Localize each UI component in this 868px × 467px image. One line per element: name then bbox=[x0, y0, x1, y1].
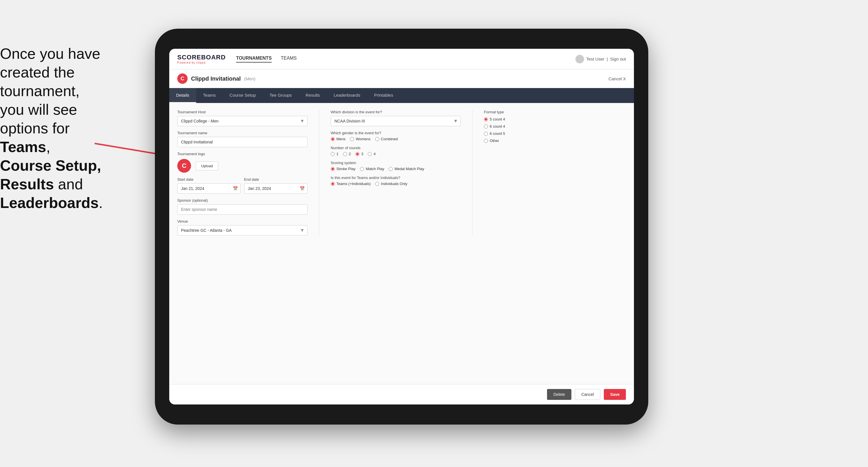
nav-teams[interactable]: TEAMS bbox=[281, 56, 297, 63]
tournament-logo-label: Tournament logo bbox=[177, 152, 308, 156]
tournament-host-group: Tournament Host Clippd College - Men ▼ bbox=[177, 110, 308, 126]
logo-sub: Powered by clippd bbox=[177, 61, 226, 64]
annotation-bold1: Teams bbox=[0, 138, 46, 155]
division-group: Which division is the event for? NCAA Di… bbox=[331, 110, 461, 126]
end-date-input[interactable] bbox=[244, 183, 308, 194]
form-column-2: Which division is the event for? NCAA Di… bbox=[331, 110, 473, 236]
format-other-label[interactable]: Other bbox=[484, 138, 626, 143]
date-row: Start date 📅 End date 📅 bbox=[177, 177, 308, 194]
gender-combined-label[interactable]: Combined bbox=[375, 137, 398, 141]
tab-results[interactable]: Results bbox=[299, 88, 327, 103]
annotation-line3: tournament, bbox=[0, 83, 80, 99]
tournament-logo: C bbox=[177, 73, 188, 84]
individuals-only-radio[interactable] bbox=[375, 182, 379, 186]
rounds-3-radio[interactable] bbox=[355, 152, 360, 156]
annotation-line4: you will see bbox=[0, 101, 77, 118]
annotation-bold3: Results bbox=[0, 176, 54, 192]
format-other-radio[interactable] bbox=[484, 139, 488, 143]
format-6count5-radio[interactable] bbox=[484, 132, 488, 136]
gender-label: Which gender is the event for? bbox=[331, 131, 461, 135]
sponsor-group: Sponsor (optional) bbox=[177, 198, 308, 215]
gender-mens-radio[interactable] bbox=[331, 137, 335, 141]
tab-teams[interactable]: Teams bbox=[196, 88, 223, 103]
tournament-name-input[interactable] bbox=[177, 137, 308, 147]
tab-leaderboards[interactable]: Leaderboards bbox=[327, 88, 367, 103]
gender-combined-radio[interactable] bbox=[375, 137, 379, 141]
venue-label: Venue bbox=[177, 219, 308, 223]
end-date-group: End date 📅 bbox=[244, 177, 308, 194]
cancel-top-button[interactable]: Cancel X bbox=[609, 76, 626, 81]
nav-tournaments[interactable]: TOURNAMENTS bbox=[236, 56, 272, 63]
format-5count4-label[interactable]: 5 count 4 bbox=[484, 117, 626, 121]
tournament-host-select[interactable]: Clippd College - Men bbox=[177, 116, 308, 126]
start-date-group: Start date 📅 bbox=[177, 177, 241, 194]
rounds-2-label[interactable]: 2 bbox=[343, 152, 351, 156]
tab-printables[interactable]: Printables bbox=[367, 88, 400, 103]
tournament-name-label: Tournament name bbox=[177, 131, 308, 135]
scoring-medal-match-radio[interactable] bbox=[389, 167, 393, 171]
division-select[interactable]: NCAA Division III bbox=[331, 116, 461, 126]
nav-separator: | bbox=[607, 57, 608, 61]
gender-womens-label[interactable]: Womens bbox=[350, 137, 370, 141]
logo-upload-row: C Upload bbox=[177, 159, 308, 173]
annotation-line5: options for bbox=[0, 120, 70, 136]
annotation-line2: created the bbox=[0, 64, 74, 81]
tab-details[interactable]: Details bbox=[169, 88, 196, 103]
save-button[interactable]: Save bbox=[604, 389, 626, 400]
scoring-match-label[interactable]: Match Play bbox=[360, 167, 384, 171]
logo-preview: C bbox=[177, 159, 191, 173]
delete-button[interactable]: Delete bbox=[547, 389, 571, 400]
annotation-text: Once you have created the tournament, yo… bbox=[0, 44, 121, 212]
form-column-3: Format type 5 count 4 6 count 4 bbox=[484, 110, 626, 236]
gender-radio-group: Mens Womens Combined bbox=[331, 137, 461, 141]
rounds-3-label[interactable]: 3 bbox=[355, 152, 363, 156]
sign-out-link[interactable]: Sign out bbox=[610, 57, 626, 61]
division-label: Which division is the event for? bbox=[331, 110, 461, 114]
gender-mens-label[interactable]: Mens bbox=[331, 137, 346, 141]
start-date-wrapper: 📅 bbox=[177, 183, 241, 194]
form-grid: Tournament Host Clippd College - Men ▼ T… bbox=[177, 110, 626, 236]
scoring-label: Scoring system bbox=[331, 161, 461, 165]
logo-area: SCOREBOARD Powered by clippd bbox=[177, 54, 226, 64]
start-date-label: Start date bbox=[177, 177, 241, 182]
tablet-screen: SCOREBOARD Powered by clippd TOURNAMENTS… bbox=[169, 49, 634, 404]
rounds-radio-group: 1 2 3 4 bbox=[331, 152, 461, 156]
scoring-medal-match-label[interactable]: Medal Match Play bbox=[389, 167, 424, 171]
format-6count4-radio[interactable] bbox=[484, 124, 488, 128]
user-name: Test User bbox=[586, 57, 604, 61]
annotation-bold2: Course Setup, bbox=[0, 157, 101, 174]
rounds-4-radio[interactable] bbox=[368, 152, 372, 156]
format-5count4-radio[interactable] bbox=[484, 117, 488, 121]
rounds-2-radio[interactable] bbox=[343, 152, 347, 156]
scoring-match-radio[interactable] bbox=[360, 167, 364, 171]
individuals-only-label[interactable]: Individuals Only bbox=[375, 182, 407, 186]
rounds-group: Number of rounds 1 2 bbox=[331, 146, 461, 156]
upload-button[interactable]: Upload bbox=[196, 161, 218, 170]
teams-radio-group: Teams (+Individuals) Individuals Only bbox=[331, 182, 461, 186]
format-6count4-label[interactable]: 6 count 4 bbox=[484, 124, 626, 128]
rounds-1-radio[interactable] bbox=[331, 152, 335, 156]
sponsor-input[interactable] bbox=[177, 204, 308, 215]
rounds-1-label[interactable]: 1 bbox=[331, 152, 339, 156]
format-6count5-label[interactable]: 6 count 5 bbox=[484, 131, 626, 136]
scoring-stroke-label[interactable]: Stroke Play bbox=[331, 167, 355, 171]
user-section: Test User | Sign out bbox=[576, 55, 626, 63]
annotation-line1: Once you have bbox=[0, 45, 100, 62]
user-avatar bbox=[576, 55, 584, 63]
teams-plus-label[interactable]: Teams (+Individuals) bbox=[331, 182, 371, 186]
gender-womens-radio[interactable] bbox=[350, 137, 354, 141]
scoring-group: Scoring system Stroke Play Match Play bbox=[331, 161, 461, 171]
cancel-button[interactable]: Cancel bbox=[575, 389, 601, 400]
scoring-stroke-radio[interactable] bbox=[331, 167, 335, 171]
tab-tee-groups[interactable]: Tee Groups bbox=[263, 88, 299, 103]
venue-select[interactable]: Peachtree GC - Atlanta - GA bbox=[177, 225, 308, 236]
tournament-host-label: Tournament Host bbox=[177, 110, 308, 114]
tab-course-setup[interactable]: Course Setup bbox=[223, 88, 263, 103]
logo-title: SCOREBOARD bbox=[177, 54, 226, 61]
tournament-host-select-wrapper: Clippd College - Men ▼ bbox=[177, 116, 308, 126]
teams-group: Is this event for Teams and/or Individua… bbox=[331, 176, 461, 186]
start-date-input[interactable] bbox=[177, 183, 241, 194]
form-column-1: Tournament Host Clippd College - Men ▼ T… bbox=[177, 110, 319, 236]
rounds-4-label[interactable]: 4 bbox=[368, 152, 375, 156]
teams-plus-radio[interactable] bbox=[331, 182, 335, 186]
